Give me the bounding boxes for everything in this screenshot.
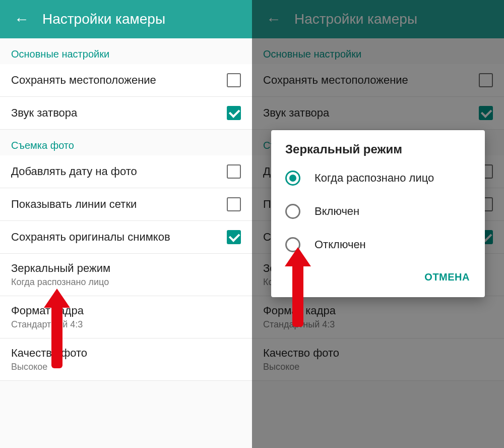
- dialog-title: Зеркальный режим: [271, 142, 485, 161]
- appbar: ← Настройки камеры: [0, 0, 252, 38]
- row-frame-format[interactable]: Формат кадра Стандартный 4:3: [0, 296, 252, 339]
- row-label: Зеркальный режим: [11, 262, 110, 275]
- radio-label: Когда распознано лицо: [314, 172, 434, 185]
- radio-label: Отключен: [314, 238, 366, 251]
- row-label: Сохранять оригиналы снимков: [11, 231, 170, 244]
- annotation-arrow-icon: [51, 303, 62, 368]
- row-add-date[interactable]: Добавлять дату на фото: [0, 155, 252, 188]
- row-photo-quality[interactable]: Качество фото Высокое: [0, 339, 252, 381]
- row-label: Звук затвора: [11, 106, 77, 120]
- checkbox-unchecked-icon[interactable]: [227, 197, 241, 211]
- radio-option-enabled[interactable]: Включен: [271, 195, 485, 228]
- radio-unselected-icon[interactable]: [285, 204, 300, 219]
- row-sublabel: Стандартный 4:3: [11, 319, 84, 330]
- row-sublabel: Когда распознано лицо: [11, 277, 110, 288]
- screen-left-settings: ← Настройки камеры Основные настройки Со…: [0, 0, 252, 448]
- radio-label: Включен: [314, 205, 359, 218]
- screen-right-dialog: ← Настройки камеры Основные настройки Со…: [252, 0, 504, 448]
- row-label: Качество фото: [11, 347, 87, 360]
- checkbox-checked-icon[interactable]: [227, 106, 241, 120]
- row-label: Показывать линии сетки: [11, 198, 137, 211]
- radio-option-face-detected[interactable]: Когда распознано лицо: [271, 161, 485, 195]
- row-save-originals[interactable]: Сохранять оригиналы снимков: [0, 221, 252, 254]
- row-save-location[interactable]: Сохранять местоположение: [0, 64, 252, 97]
- back-arrow-icon[interactable]: ←: [14, 12, 42, 27]
- row-mirror-mode[interactable]: Зеркальный режим Когда распознано лицо: [0, 254, 252, 296]
- annotation-arrow-icon: [292, 261, 303, 327]
- appbar-title: Настройки камеры: [42, 11, 165, 27]
- checkbox-unchecked-icon[interactable]: [227, 164, 241, 179]
- row-label: Добавлять дату на фото: [11, 165, 137, 178]
- checkbox-unchecked-icon[interactable]: [227, 73, 241, 87]
- cancel-button[interactable]: ОТМЕНА: [417, 266, 477, 288]
- row-label: Сохранять местоположение: [11, 74, 156, 87]
- section-header-photo: Съемка фото: [0, 130, 252, 155]
- row-grid-lines[interactable]: Показывать линии сетки: [0, 188, 252, 221]
- row-shutter-sound[interactable]: Звук затвора: [0, 97, 252, 130]
- section-header-general: Основные настройки: [0, 38, 252, 64]
- row-sublabel: Высокое: [11, 362, 87, 372]
- radio-selected-icon[interactable]: [285, 171, 300, 186]
- checkbox-checked-icon[interactable]: [227, 230, 241, 244]
